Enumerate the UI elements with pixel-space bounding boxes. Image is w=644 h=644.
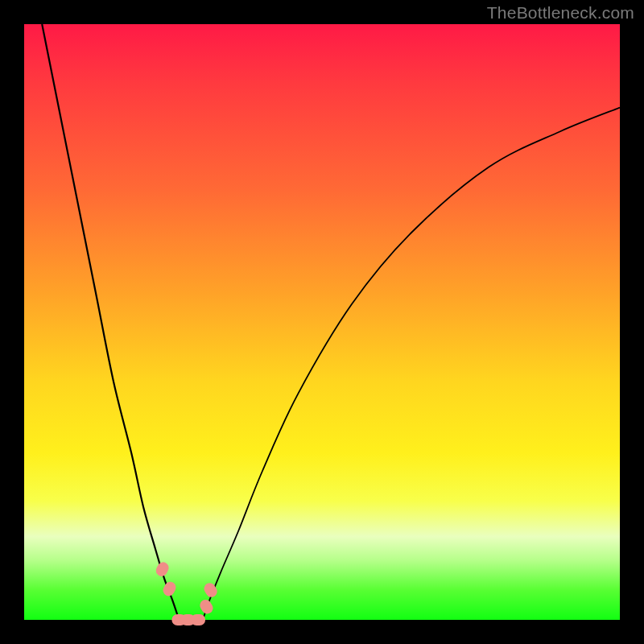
plot-area bbox=[24, 24, 620, 620]
valley-floor-blob-c bbox=[191, 614, 205, 625]
curve-layer bbox=[24, 24, 620, 620]
watermark-text: TheBottleneck.com bbox=[487, 3, 634, 23]
right-dip-marker-lower bbox=[198, 597, 215, 616]
left-dip-marker-lower bbox=[161, 580, 178, 597]
right-branch-curve bbox=[203, 108, 620, 620]
left-dip-marker-upper bbox=[154, 560, 171, 578]
chart-frame: TheBottleneck.com bbox=[0, 0, 644, 644]
left-branch-curve bbox=[42, 24, 179, 620]
marker-group bbox=[154, 560, 219, 625]
